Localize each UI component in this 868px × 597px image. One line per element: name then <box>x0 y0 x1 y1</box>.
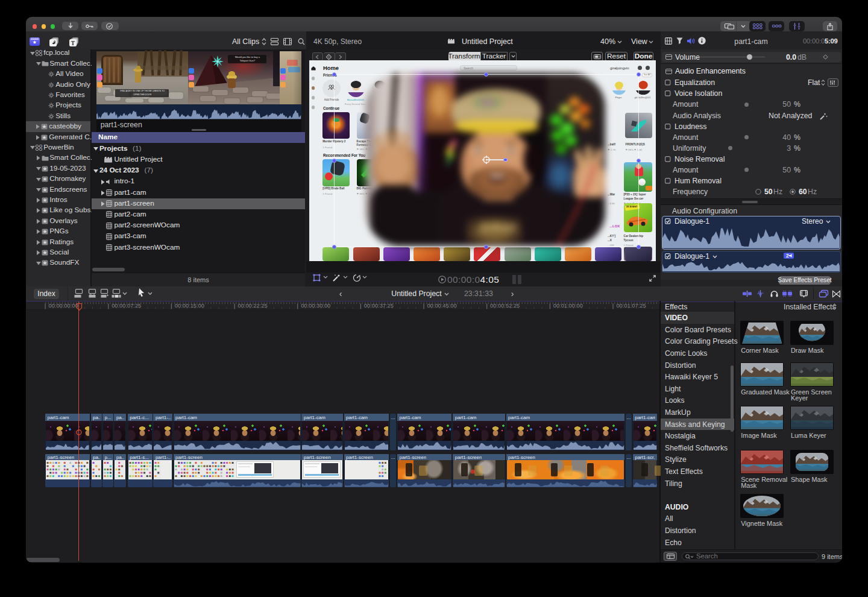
svg-text:T: T <box>71 40 75 46</box>
